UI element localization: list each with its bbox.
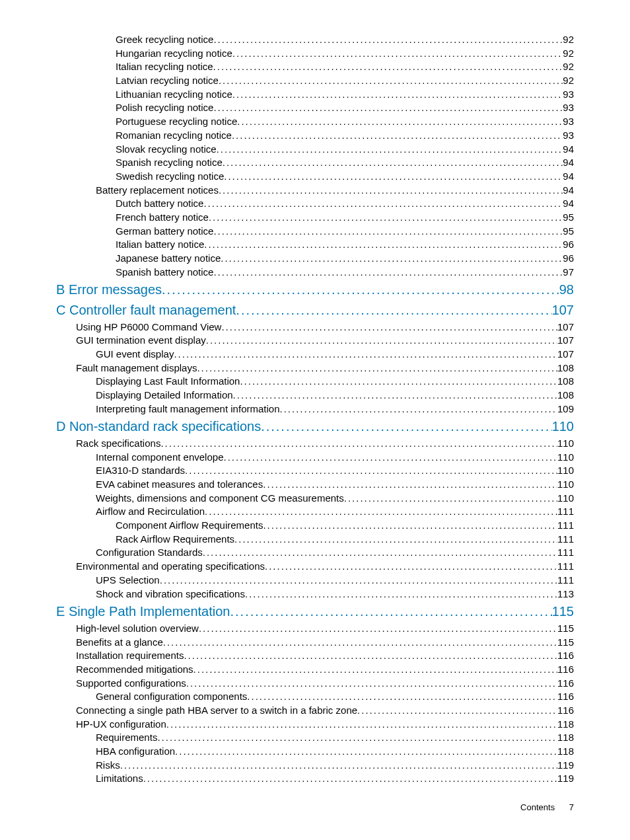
toc-leader-dots	[213, 33, 563, 47]
toc-entry-title: Configuration Standards	[96, 546, 203, 560]
toc-entry[interactable]: D Non-standard rack specifications110	[56, 418, 574, 436]
toc-entry[interactable]: Interpreting fault management informatio…	[56, 402, 574, 416]
toc-leader-dots	[247, 690, 557, 704]
toc-entry-title: Portuguese recycling notice	[116, 115, 237, 129]
toc-entry[interactable]: Slovak recycling notice94	[56, 143, 574, 157]
toc-entry[interactable]: UPS Selection111	[56, 574, 574, 588]
toc-leader-dots	[234, 533, 557, 547]
toc-entry[interactable]: Benefits at a glance115	[56, 636, 574, 650]
toc-entry[interactable]: Spanish recycling notice94	[56, 156, 574, 170]
toc-leader-dots	[193, 663, 557, 677]
toc-entry[interactable]: Installation requirements116	[56, 649, 574, 663]
toc-entry[interactable]: Dutch battery notice94	[56, 197, 574, 211]
toc-entry[interactable]: Japanese battery notice96	[56, 252, 574, 266]
toc-entry-title: Connecting a single path HBA server to a…	[76, 704, 357, 718]
toc-entry-page: 115	[557, 622, 574, 636]
toc-entry[interactable]: Configuration Standards111	[56, 546, 574, 560]
toc-entry[interactable]: Rack specifications110	[56, 437, 574, 451]
toc-entry[interactable]: EVA cabinet measures and tolerances110	[56, 478, 574, 492]
toc-entry[interactable]: Rack Airflow Requirements111	[56, 533, 574, 547]
toc-entry-title: General configuration components	[96, 690, 247, 704]
toc-entry-page: 110	[557, 492, 574, 506]
toc-entry[interactable]: GUI event display107	[56, 348, 574, 362]
toc-entry[interactable]: Recommended mitigations116	[56, 663, 574, 677]
toc-entry[interactable]: Airflow and Recirculation111	[56, 505, 574, 519]
toc-entry-page: 118	[557, 731, 574, 745]
toc-entry[interactable]: HBA configuration118	[56, 745, 574, 759]
toc-entry-title: Italian battery notice	[116, 238, 204, 252]
toc-entry[interactable]: French battery notice95	[56, 211, 574, 225]
toc-entry[interactable]: Spanish battery notice97	[56, 266, 574, 280]
toc-leader-dots	[203, 197, 563, 211]
toc-entry[interactable]: Displaying Detailed Information108	[56, 389, 574, 402]
toc-entry[interactable]: Risks119	[56, 759, 574, 773]
toc-entry[interactable]: Polish recycling notice93	[56, 101, 574, 115]
toc-entry-page: 95	[563, 225, 574, 239]
toc-entry-page: 96	[563, 238, 574, 252]
toc-entry[interactable]: Battery replacement notices94	[56, 184, 574, 198]
toc-entry-page: 116	[557, 649, 574, 663]
toc-entry[interactable]: Shock and vibration specifications113	[56, 588, 574, 601]
toc-entry-page: 110	[552, 418, 574, 436]
toc-entry-title: Component Airflow Requirements	[116, 519, 263, 533]
toc-entry[interactable]: Fault management displays108	[56, 362, 574, 375]
toc-entry[interactable]: Weights, dimensions and component CG mea…	[56, 492, 574, 506]
toc-leader-dots	[120, 759, 557, 773]
toc-leader-dots	[157, 731, 557, 745]
toc-entry-page: 108	[557, 362, 574, 375]
toc-entry-page: 115	[557, 636, 574, 650]
toc-entry-title: EIA310-D standards	[96, 464, 185, 478]
toc-entry[interactable]: Latvian recycling notice92	[56, 74, 574, 88]
toc-entry[interactable]: Limitations119	[56, 772, 574, 786]
toc-entry-page: 107	[557, 334, 574, 348]
toc-entry-page: 92	[563, 60, 574, 74]
toc-entry[interactable]: Component Airflow Requirements111	[56, 519, 574, 533]
toc-entry[interactable]: Connecting a single path HBA server to a…	[56, 704, 574, 718]
page-content: Greek recycling notice92Hungarian recycl…	[0, 0, 630, 786]
toc-entry[interactable]: Hungarian recycling notice92	[56, 47, 574, 61]
toc-entry[interactable]: B Error messages98	[56, 281, 574, 299]
toc-entry[interactable]: Italian recycling notice92	[56, 60, 574, 74]
toc-entry-page: 111	[557, 546, 574, 560]
toc-entry-page: 111	[557, 505, 574, 519]
toc-leader-dots	[175, 745, 557, 759]
toc-entry[interactable]: Displaying Last Fault Information108	[56, 375, 574, 389]
toc-entry-title: HBA configuration	[96, 745, 175, 759]
toc-entry[interactable]: General configuration components116	[56, 690, 574, 704]
toc-entry-page: 111	[557, 560, 574, 574]
toc-entry[interactable]: C Controller fault management107	[56, 301, 574, 320]
toc-entry[interactable]: High-level solution overview115	[56, 622, 574, 636]
toc-entry[interactable]: Romanian recycling notice93	[56, 129, 574, 143]
toc-leader-dots	[357, 704, 557, 718]
toc-entry-title: Risks	[96, 759, 120, 773]
toc-entry[interactable]: Internal component envelope110	[56, 451, 574, 465]
toc-entry[interactable]: GUI termination event display107	[56, 334, 574, 348]
toc-leader-dots	[233, 389, 557, 402]
toc-leader-dots	[213, 60, 563, 74]
toc-entry[interactable]: Requirements118	[56, 731, 574, 745]
toc-entry-title: D Non-standard rack specifications	[56, 418, 261, 436]
toc-entry[interactable]: Lithuanian recycling notice93	[56, 88, 574, 102]
toc-entry[interactable]: Italian battery notice96	[56, 238, 574, 252]
toc-leader-dots	[203, 546, 557, 560]
toc-entry-title: Latvian recycling notice	[116, 74, 219, 88]
toc-entry-title: High-level solution overview	[76, 622, 199, 636]
toc-entry-title: Using HP P6000 Command View	[76, 321, 221, 334]
toc-entry[interactable]: Using HP P6000 Command View107	[56, 321, 574, 334]
toc-entry-page: 97	[563, 266, 574, 280]
toc-entry[interactable]: Environmental and operating specificatio…	[56, 560, 574, 574]
toc-entry-page: 107	[557, 321, 574, 334]
toc-entry[interactable]: Supported configurations116	[56, 677, 574, 691]
toc-entry-title: GUI termination event display	[76, 334, 206, 348]
toc-entry[interactable]: EIA310-D standards110	[56, 464, 574, 478]
toc-entry[interactable]: Portuguese recycling notice93	[56, 115, 574, 129]
toc-entry[interactable]: German battery notice95	[56, 225, 574, 239]
toc-entry-page: 111	[557, 533, 574, 547]
toc-entry[interactable]: Swedish recycling notice94	[56, 170, 574, 184]
toc-leader-dots	[184, 649, 557, 663]
toc-entry[interactable]: E Single Path Implementation115	[56, 603, 574, 621]
toc-entry-page: 94	[563, 143, 574, 157]
toc-entry-title: C Controller fault management	[56, 301, 236, 320]
toc-entry[interactable]: HP-UX configuration118	[56, 718, 574, 732]
toc-entry[interactable]: Greek recycling notice92	[56, 33, 574, 47]
